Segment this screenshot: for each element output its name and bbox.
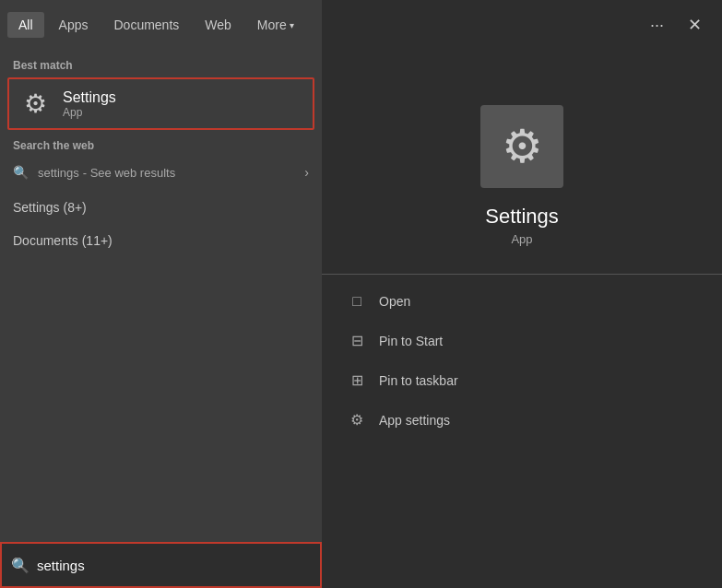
close-button[interactable]: ✕ [679, 9, 711, 41]
right-top-bar: ··· ✕ [322, 0, 722, 50]
app-preview: ⚙ Settings App [480, 50, 563, 274]
ellipsis-icon: ··· [650, 16, 664, 34]
category-documents[interactable]: Documents (11+) [0, 224, 322, 257]
open-icon: □ [348, 293, 366, 310]
context-menu: □ Open ⊟ Pin to Start ⊞ Pin to taskbar ⚙… [322, 282, 722, 440]
search-box-icon: 🔍 [11, 557, 30, 574]
best-match-title: Settings [63, 89, 116, 106]
web-search-left: 🔍 settings - See web results [13, 165, 175, 180]
best-match-subtitle: App [63, 106, 116, 119]
web-search-text: settings - See web results [38, 165, 175, 180]
app-large-icon: ⚙ [480, 105, 563, 188]
pin-start-icon: ⊟ [348, 332, 366, 349]
app-settings-icon: ⚙ [348, 411, 366, 429]
right-panel: ··· ✕ ⚙ Settings App □ Open ⊟ Pin to Sta… [322, 0, 722, 588]
app-settings-menu-item[interactable]: ⚙ App settings [340, 400, 704, 440]
best-match-label: Best match [0, 50, 322, 77]
search-input[interactable] [37, 558, 311, 573]
results-area: Best match ⚙ Settings App Search the web… [0, 50, 322, 588]
settings-icon: ⚙ [20, 88, 50, 119]
tab-web[interactable]: Web [194, 12, 243, 38]
search-box-container: 🔍 [0, 542, 322, 588]
app-name-large: Settings [485, 205, 559, 229]
web-search-item[interactable]: 🔍 settings - See web results › [0, 158, 322, 187]
tab-documents[interactable]: Documents [102, 12, 190, 38]
tabs-bar: All Apps Documents Web More ▾ [0, 0, 322, 50]
best-match-text: Settings App [63, 89, 116, 119]
best-match-item[interactable]: ⚙ Settings App [7, 77, 314, 130]
divider [322, 274, 722, 275]
pin-to-taskbar-menu-item[interactable]: ⊞ Pin to taskbar [340, 360, 704, 400]
search-panel: All Apps Documents Web More ▾ Best match… [0, 0, 322, 588]
open-menu-item[interactable]: □ Open [340, 282, 704, 321]
tab-more[interactable]: More ▾ [246, 12, 305, 38]
web-search-label: Search the web [0, 139, 322, 158]
category-settings[interactable]: Settings (8+) [0, 191, 322, 224]
three-dots-button[interactable]: ··· [643, 10, 671, 41]
pin-to-start-menu-item[interactable]: ⊟ Pin to Start [340, 321, 704, 360]
pin-taskbar-icon: ⊞ [348, 371, 366, 389]
gear-large-icon: ⚙ [502, 120, 543, 173]
web-search-section: Search the web 🔍 settings - See web resu… [0, 130, 322, 191]
search-icon: 🔍 [13, 165, 29, 180]
app-type-large: App [511, 232, 532, 246]
arrow-right-icon: › [304, 165, 309, 180]
close-icon: ✕ [688, 16, 702, 34]
tab-all[interactable]: All [7, 12, 44, 38]
chevron-down-icon: ▾ [290, 20, 294, 30]
tab-apps[interactable]: Apps [48, 12, 100, 38]
